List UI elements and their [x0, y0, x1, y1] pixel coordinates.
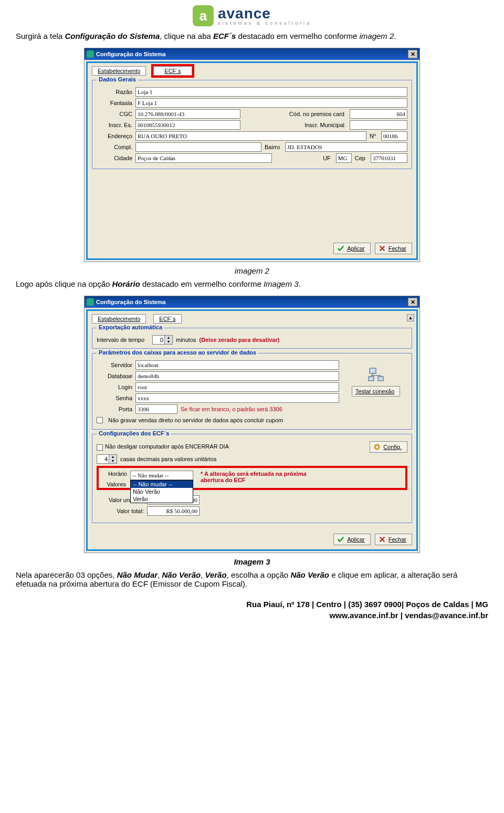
dropdown-option[interactable]: Verão [131, 495, 193, 503]
casas-label: casas decimais para valores unitários [120, 456, 216, 462]
num-label: Nº [370, 133, 378, 139]
check-icon [337, 536, 344, 543]
text: Surgirá a tela [16, 32, 65, 40]
compl-input[interactable] [135, 142, 261, 152]
text-bold: Verão [205, 570, 226, 579]
text: . [299, 279, 301, 288]
servidor-label: Servidor [97, 362, 132, 368]
fechar-button[interactable]: Fechar [375, 243, 412, 254]
caption-imagem-2: imagem 2 [16, 266, 488, 275]
tab-label: Estabelecimento [98, 68, 140, 74]
tab-estabelecimento[interactable]: Estabelecimento [92, 314, 146, 324]
text-bold: Não Mudar [117, 570, 158, 579]
network-icon [368, 367, 384, 384]
brand-header: a avance sistemas & consultoria [16, 5, 488, 26]
intro-text-3: Nela aparecerão 03 opções, Não Mudar, Nã… [16, 570, 488, 588]
window-icon [87, 298, 94, 306]
uf-label: UF [275, 155, 333, 161]
database-label: Database [97, 373, 132, 379]
gear-icon [373, 443, 381, 451]
logo-mark-icon: a [193, 5, 214, 26]
porta-input[interactable] [135, 404, 177, 414]
brand-name: avance [218, 6, 311, 21]
text-italic: imagem 2 [359, 32, 394, 40]
intervalo-input[interactable] [153, 336, 164, 344]
cgc-input[interactable] [135, 109, 240, 119]
nao-desligar-label: Não desligar computador após ENCERRAR DI… [105, 443, 229, 450]
text: , escolha a opção [227, 570, 291, 579]
config-sistema-dialog-2: Configuração do Sistema ✕ ▲ Estabelecime… [84, 296, 420, 553]
minutos-label: minutos [176, 337, 196, 343]
text: Logo após clique na opção [16, 279, 112, 288]
tab-estabelecimento[interactable]: Estabelecimento [92, 66, 146, 76]
text-bold: Não Verão [290, 570, 329, 579]
config-ecf-group: Configurações dos ECF´s Não desligar com… [92, 434, 412, 523]
btn-label: Aplicar [347, 245, 365, 252]
caption-imagem-3: Imagem 3 [16, 557, 488, 566]
intervalo-spinner[interactable]: ▲▼ [152, 335, 173, 345]
login-label: Login [97, 384, 132, 390]
intro-text-2: Logo após clique na opção Horário destac… [16, 279, 488, 288]
cep-input[interactable] [371, 153, 407, 163]
spin-down-icon[interactable]: ▼ [109, 459, 117, 463]
close-button[interactable]: ✕ [408, 298, 417, 306]
valor-total-input[interactable] [147, 506, 200, 516]
porta-note: Se ficar em branco, o padrão será 3306 [181, 406, 339, 412]
spin-up-icon[interactable]: ▲ [109, 455, 117, 459]
tabs-row: Estabelecimento ECF´s [92, 314, 412, 324]
aplicar-button[interactable]: Aplicar [333, 534, 371, 545]
horario-dropdown[interactable]: -- Não mudar -- Não Verão Verão [130, 480, 193, 503]
nao-desligar-checkbox[interactable] [97, 444, 103, 451]
spin-down-icon[interactable]: ▼ [165, 340, 172, 344]
fechar-button[interactable]: Fechar [375, 534, 412, 545]
login-input[interactable] [135, 382, 339, 392]
group-title: Exportação automática [97, 324, 164, 330]
database-input[interactable] [135, 371, 339, 381]
fantasia-input[interactable] [135, 98, 407, 108]
inscrmun-label: Inscr. Municipal [244, 122, 346, 128]
dropdown-option-selected[interactable]: -- Não mudar -- [131, 481, 193, 488]
close-button[interactable]: ✕ [408, 50, 417, 58]
num-input[interactable] [381, 131, 407, 141]
codcard-label: Cód. no premios card [244, 111, 346, 117]
btn-label: Fechar [388, 536, 406, 543]
tab-ecfs[interactable]: ECF´s [153, 66, 192, 76]
nao-gravar-checkbox[interactable] [97, 417, 103, 423]
horario-label: Horário [101, 471, 127, 477]
btn-label: Aplicar [347, 536, 365, 543]
endereco-input[interactable] [135, 131, 366, 141]
cidade-input[interactable] [135, 153, 272, 163]
inscres-input[interactable] [135, 120, 240, 130]
porta-label: Porta [97, 406, 132, 412]
text: destacado em vermelho conforme [236, 32, 359, 40]
exportacao-group: Exportação automática Intervalo de tempo… [92, 328, 412, 349]
config-sistema-dialog-1: Configuração do Sistema ✕ Estabeleciment… [84, 48, 420, 262]
dropdown-option[interactable]: Não Verão [131, 488, 193, 495]
uf-input[interactable] [336, 153, 352, 163]
svg-rect-2 [378, 377, 383, 381]
scroll-up-icon[interactable]: ▲ [407, 314, 414, 321]
horario-combo[interactable] [130, 471, 193, 480]
aplicar-button[interactable]: Aplicar [333, 243, 371, 254]
bairro-input[interactable] [285, 142, 407, 152]
intervalo-label: Intervalo de tempo [97, 337, 149, 343]
tab-label: Estabelecimento [98, 316, 140, 322]
senha-input[interactable] [135, 393, 339, 403]
codcard-input[interactable] [350, 109, 407, 119]
config-button[interactable]: Config. [370, 441, 407, 453]
endereco-label: Endereço [97, 133, 132, 139]
tab-label: ECF´s [164, 68, 181, 74]
casas-input[interactable] [97, 455, 109, 463]
spin-up-icon[interactable]: ▲ [165, 336, 172, 340]
razao-input[interactable] [135, 87, 407, 97]
inscrmun-input[interactable] [350, 120, 407, 130]
tabs-row: Estabelecimento ECF´s [92, 66, 412, 76]
svg-point-3 [375, 445, 379, 449]
window-title: Configuração do Sistema [96, 51, 166, 57]
text-bold: Configuração do Sistema [65, 32, 160, 40]
tab-ecfs[interactable]: ECF´s [153, 314, 181, 324]
casas-spinner[interactable]: ▲▼ [97, 454, 117, 464]
testar-conexao-button[interactable]: Testar conexão [352, 386, 401, 397]
nao-gravar-label: Não gravar vendas direto no servidor de … [108, 417, 283, 423]
servidor-input[interactable] [135, 360, 339, 370]
